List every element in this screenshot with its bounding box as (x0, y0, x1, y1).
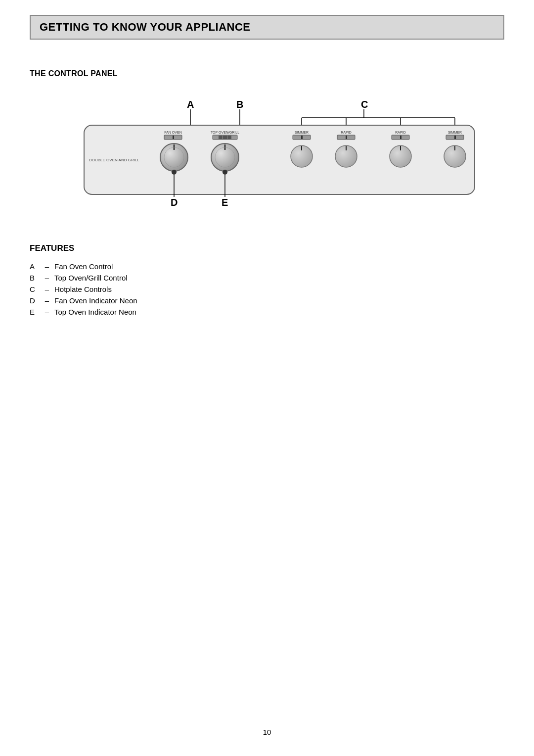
feature-desc-e: Top Oven Indicator Neon (54, 308, 504, 316)
svg-text:FAN OVEN: FAN OVEN (164, 131, 181, 134)
svg-text:RAPID: RAPID (395, 131, 405, 134)
features-list: A – Fan Oven Control B – Top Oven/Grill … (30, 262, 504, 316)
list-item: B – Top Oven/Grill Control (30, 274, 504, 282)
feature-key-a: A (30, 262, 40, 271)
header-title: GETTING TO KNOW YOUR APPLIANCE (40, 21, 251, 33)
diagram-svg: A B C DOUBLE OVEN AND GRILL FAN OVEN (54, 93, 480, 222)
feature-desc-c: Hotplate Controls (54, 285, 504, 293)
svg-rect-23 (227, 136, 231, 139)
control-panel-diagram: A B C DOUBLE OVEN AND GRILL FAN OVEN (54, 93, 480, 224)
svg-rect-39 (400, 136, 401, 139)
svg-text:RAPID: RAPID (341, 131, 351, 134)
features-title: FEATURES (30, 243, 504, 253)
feature-key-d: D (30, 296, 40, 305)
control-panel-title: THE CONTROL PANEL (30, 69, 504, 78)
svg-rect-15 (173, 136, 174, 139)
svg-point-48 (222, 170, 227, 175)
svg-text:E: E (222, 197, 228, 208)
page: GETTING TO KNOW YOUR APPLIANCE THE CONTR… (0, 0, 534, 756)
svg-rect-29 (301, 136, 303, 139)
svg-text:C: C (361, 99, 368, 110)
list-item: A – Fan Oven Control (30, 262, 504, 271)
header-bar: GETTING TO KNOW YOUR APPLIANCE (30, 15, 504, 40)
feature-dash-e: – (40, 308, 54, 316)
list-item: E – Top Oven Indicator Neon (30, 308, 504, 316)
svg-rect-34 (346, 136, 347, 139)
feature-desc-b: Top Oven/Grill Control (54, 274, 504, 282)
feature-dash-d: – (40, 296, 54, 305)
svg-text:SIMMER: SIMMER (295, 131, 309, 134)
svg-rect-22 (223, 136, 227, 139)
feature-desc-a: Fan Oven Control (54, 262, 504, 271)
feature-dash-c: – (40, 285, 54, 293)
svg-rect-44 (454, 136, 456, 139)
svg-rect-21 (219, 136, 222, 139)
svg-text:A: A (187, 99, 194, 110)
feature-key-e: E (30, 308, 40, 316)
svg-point-47 (172, 170, 177, 175)
svg-text:B: B (236, 99, 243, 110)
feature-key-b: B (30, 274, 40, 282)
feature-desc-d: Fan Oven Indicator Neon (54, 296, 504, 305)
svg-text:SIMMER: SIMMER (448, 131, 462, 134)
page-number: 10 (263, 728, 271, 736)
list-item: D – Fan Oven Indicator Neon (30, 296, 504, 305)
feature-key-c: C (30, 285, 40, 293)
feature-dash-a: – (40, 262, 54, 271)
svg-rect-11 (84, 125, 475, 194)
list-item: C – Hotplate Controls (30, 285, 504, 293)
svg-text:TOP OVEN/GRILL: TOP OVEN/GRILL (211, 131, 239, 134)
svg-text:D: D (171, 197, 178, 208)
feature-dash-b: – (40, 274, 54, 282)
svg-text:DOUBLE OVEN AND GRILL: DOUBLE OVEN AND GRILL (89, 158, 139, 162)
features-section: FEATURES A – Fan Oven Control B – Top Ov… (30, 243, 504, 316)
